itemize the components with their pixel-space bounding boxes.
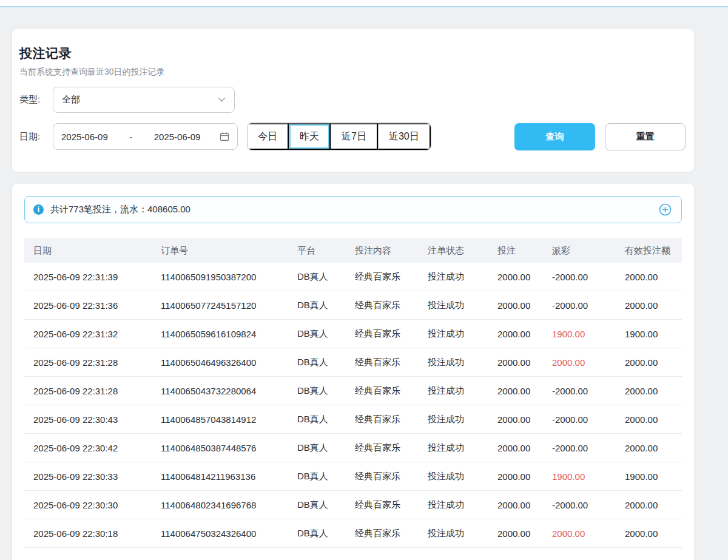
quick-range-button[interactable]: 近7日 (331, 123, 378, 150)
cell-valid-bet: 2000.00 (616, 491, 682, 519)
filter-card: 投注记录 当前系统支持查询最近30日的投注记录 类型: 全部 日期: 2025-… (12, 29, 694, 172)
cell-content: 经典百家乐 (346, 405, 419, 433)
column-header: 有效投注额 (616, 238, 682, 263)
plus-circle-icon[interactable] (659, 203, 672, 216)
cell-platform: DB真人 (288, 491, 346, 519)
table-row: 2025-06-09 22:30:30 1140064802341696768 … (24, 491, 682, 519)
table-row: 2025-06-09 22:30:43 1140064857043814912 … (24, 405, 682, 434)
date-filter-row: 日期: 2025-06-09 - 2025-06-09 今日昨天近7日近30日 … (19, 123, 686, 150)
column-header: 投注内容 (346, 238, 419, 263)
quick-range-button[interactable]: 昨天 (289, 123, 331, 150)
date-range-input[interactable]: 2025-06-09 - 2025-06-09 (53, 123, 238, 150)
cell-date: 2025-06-09 22:31:28 (24, 348, 152, 376)
cell-valid-bet: 2000.00 (616, 519, 682, 547)
cell-bet: 2000.00 (488, 291, 543, 319)
cell-order-no: 1140064857043814912 (152, 405, 288, 433)
reset-button[interactable]: 重置 (605, 123, 686, 150)
cell-date: 2025-06-09 22:30:42 (24, 434, 152, 462)
cell-content: 经典百家乐 (346, 462, 419, 490)
cell-platform: DB真人 (288, 462, 346, 490)
cell-content: 经典百家乐 (346, 377, 419, 405)
cell-date: 2025-06-09 22:30:18 (24, 519, 152, 547)
records-card: i 共计773笔投注，流水：408605.00 日期订单号平台投注内容注单状态投… (12, 184, 694, 560)
cell-payout: -2000.00 (543, 377, 616, 405)
summary-text: 共计773笔投注，流水：408605.00 (50, 204, 190, 215)
cell-payout: -2000.00 (543, 405, 616, 433)
cell-platform: DB真人 (288, 377, 346, 405)
info-icon: i (33, 204, 44, 215)
cell-date: 2025-06-09 22:30:33 (24, 462, 152, 490)
cell-order-no: 1140064850387448576 (152, 434, 288, 462)
cell-valid-bet: 2000.00 (616, 263, 682, 291)
table-row: 2025-06-09 22:30:42 1140064850387448576 … (24, 434, 682, 462)
cell-status: 投注成功 (419, 377, 488, 405)
cell-valid-bet: 2000.00 (616, 377, 682, 405)
cell-status: 投注成功 (419, 491, 488, 519)
cell-valid-bet: 2000.00 (616, 405, 682, 433)
chevron-down-icon (218, 97, 226, 103)
table-header: 日期订单号平台投注内容注单状态投注派彩有效投注额 (24, 238, 682, 263)
column-header: 订单号 (152, 238, 288, 263)
cell-status: 投注成功 (419, 348, 488, 376)
cell-bet: 2000.00 (488, 491, 543, 519)
cell-status: 投注成功 (419, 462, 488, 490)
column-header: 平台 (288, 238, 346, 263)
cell-bet: 2000.00 (488, 263, 543, 291)
cell-content: 经典百家乐 (346, 491, 419, 519)
page-subtitle: 当前系统支持查询最近30日的投注记录 (19, 67, 686, 78)
cell-date: 2025-06-09 22:31:36 (24, 291, 152, 319)
table-row: 2025-06-09 22:31:39 1140065091950387200 … (24, 263, 682, 291)
cell-bet: 2000.00 (488, 320, 543, 348)
calendar-icon[interactable] (220, 132, 229, 141)
type-select[interactable]: 全部 (53, 87, 235, 113)
table-row: 2025-06-09 22:31:28 1140065046496326400 … (24, 348, 682, 377)
query-button[interactable]: 查询 (514, 123, 595, 150)
cell-content: 经典百家乐 (346, 519, 419, 547)
top-bar (0, 0, 728, 6)
cell-platform: DB真人 (288, 519, 346, 547)
cell-date: 2025-06-09 22:31:39 (24, 263, 152, 291)
cell-date: 2025-06-09 22:30:43 (24, 405, 152, 433)
cell-content: 经典百家乐 (346, 291, 419, 319)
cell-payout: 1900.00 (543, 462, 616, 490)
column-header: 派彩 (543, 238, 616, 263)
cell-order-no: 1140065091950387200 (152, 263, 288, 291)
cell-bet: 2000.00 (488, 377, 543, 405)
table-row: 2025-06-09 22:31:28 1140065043732280064 … (24, 377, 682, 405)
table-row: 2025-06-09 22:31:36 1140065077245157120 … (24, 291, 682, 320)
cell-platform: DB真人 (288, 434, 346, 462)
cell-valid-bet: 2000.00 (616, 434, 682, 462)
type-label: 类型: (19, 94, 49, 106)
date-label: 日期: (19, 131, 49, 143)
cell-status: 投注成功 (419, 519, 488, 547)
cell-order-no: 1140065077245157120 (152, 291, 288, 319)
cell-date: 2025-06-09 22:31:32 (24, 320, 152, 348)
cell-bet: 2000.00 (488, 462, 543, 490)
type-select-value: 全部 (62, 94, 80, 106)
cell-status: 投注成功 (419, 263, 488, 291)
cell-payout: -2000.00 (543, 291, 616, 319)
column-header: 投注 (488, 238, 543, 263)
cell-payout: 2000.00 (543, 348, 616, 376)
cell-payout: -2000.00 (543, 263, 616, 291)
cell-status: 投注成功 (419, 405, 488, 433)
table-row: 2025-06-09 22:30:18 1140064750324326400 … (24, 519, 682, 548)
column-header: 注单状态 (419, 238, 488, 263)
cell-bet: 2000.00 (488, 405, 543, 433)
cell-platform: DB真人 (288, 348, 346, 376)
cell-status: 投注成功 (419, 291, 488, 319)
quick-range-button[interactable]: 近30日 (378, 123, 431, 150)
cell-valid-bet: 1900.00 (616, 320, 682, 348)
cell-order-no: 1140064814211963136 (152, 462, 288, 490)
cell-platform: DB真人 (288, 291, 346, 319)
summary-banner: i 共计773笔投注，流水：408605.00 (24, 196, 682, 223)
action-buttons: 查询 重置 (514, 123, 686, 150)
quick-range-button[interactable]: 今日 (248, 123, 289, 150)
type-filter-row: 类型: 全部 (19, 87, 686, 113)
date-end-value: 2025-06-09 (154, 132, 201, 142)
top-accent-line (0, 6, 728, 7)
cell-content: 经典百家乐 (346, 434, 419, 462)
bet-records-table: 日期订单号平台投注内容注单状态投注派彩有效投注额 2025-06-09 22:3… (24, 238, 682, 548)
cell-content: 经典百家乐 (346, 320, 419, 348)
cell-payout: 1900.00 (543, 320, 616, 348)
